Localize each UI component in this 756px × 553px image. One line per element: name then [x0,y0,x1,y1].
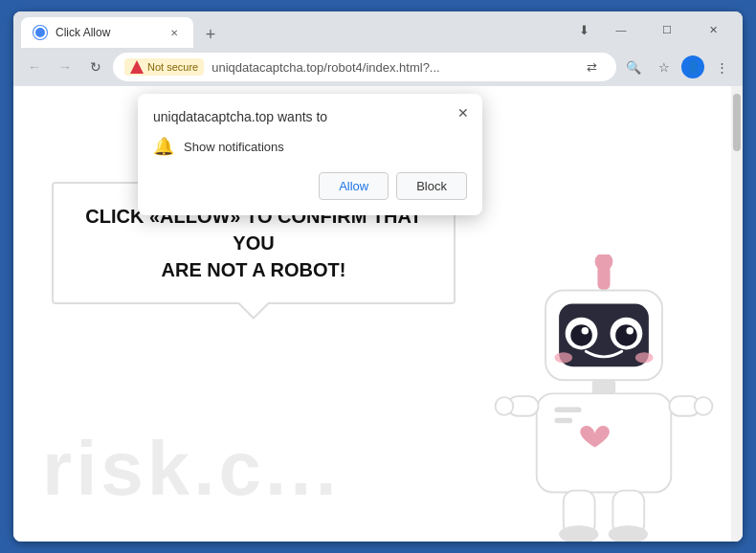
address-bar: ← → ↻ Not secure uniqdatacaptcha.top/rob… [13,48,743,86]
reload-button[interactable]: ↻ [82,54,109,80]
maximize-button[interactable]: ☐ [645,14,689,45]
forward-button[interactable]: → [52,54,78,80]
svg-point-9 [626,327,634,335]
page-content: risk.c... ✕ uniqdatacaptcha.top wants to… [13,86,743,542]
watermark-text: risk.c... [42,425,341,513]
svg-point-11 [635,352,654,363]
svg-rect-14 [554,407,581,412]
bell-icon: 🔔 [153,136,174,157]
address-field[interactable]: Not secure uniqdatacaptcha.top/robot4/in… [113,53,616,81]
menu-icon[interactable]: ⋮ [708,54,735,80]
svg-point-6 [570,324,592,346]
svg-point-8 [582,327,589,335]
back-button[interactable]: ← [21,54,48,80]
scrollbar[interactable] [731,86,743,542]
window-controls: ⬇ — ☐ ✕ [570,14,735,45]
popup-buttons: Allow Block [153,172,467,200]
not-secure-badge: Not secure [124,58,204,76]
main-text-line2: ARE NOT A ROBOT! [77,256,431,283]
profile-avatar: 👤 [686,60,700,74]
svg-point-7 [615,324,637,346]
block-button[interactable]: Block [396,172,467,200]
svg-point-19 [695,397,713,415]
robot-svg [484,254,723,542]
svg-rect-15 [554,418,572,424]
search-icon[interactable]: 🔍 [620,54,647,80]
popup-close-button[interactable]: ✕ [452,101,475,124]
svg-rect-12 [592,380,615,394]
url-text: uniqdatacaptcha.top/robot4/index.html?..… [211,60,570,75]
profile-icon[interactable]: 👤 [681,55,704,78]
allow-button[interactable]: Allow [319,172,389,200]
tab-favicon [33,25,48,40]
browser-download-icon[interactable]: ⬇ [570,16,597,43]
permission-text: Show notifications [184,140,284,154]
browser-window: Click Allow ✕ + ⬇ — ☐ ✕ ← → ↻ Not secure… [13,11,743,542]
bookmark-icon[interactable]: ☆ [651,54,678,80]
title-bar: Click Allow ✕ + ⬇ — ☐ ✕ [13,11,743,48]
svg-point-17 [496,397,514,415]
tab-area: Click Allow ✕ + [21,11,563,48]
popup-permission: 🔔 Show notifications [153,136,467,157]
scrollbar-thumb[interactable] [733,94,741,151]
tab-title: Click Allow [56,26,159,39]
popup-title: uniqdatacaptcha.top wants to [153,109,467,124]
svg-point-1 [595,254,613,271]
browser-tab[interactable]: Click Allow ✕ [21,17,193,48]
minimize-button[interactable]: — [599,14,643,45]
notification-popup: ✕ uniqdatacaptcha.top wants to 🔔 Show no… [138,94,482,215]
address-icons: ⇄ [578,54,605,80]
svg-point-10 [554,352,572,363]
warning-icon [130,60,144,74]
not-secure-label: Not secure [147,61,198,73]
translate-icon[interactable]: ⇄ [578,54,605,80]
close-button[interactable]: ✕ [691,14,735,45]
robot-illustration [484,254,723,542]
tab-close-button[interactable]: ✕ [167,25,182,40]
new-tab-button[interactable]: + [197,21,224,48]
